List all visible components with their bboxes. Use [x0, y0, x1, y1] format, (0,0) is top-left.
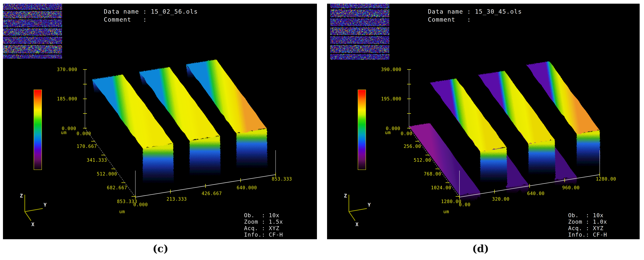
svg-text:195.000: 195.000 — [381, 96, 401, 101]
svg-text:um: um — [443, 209, 449, 214]
svg-text:768.00: 768.00 — [424, 171, 441, 176]
triad-y-label: Y — [368, 202, 371, 208]
comment-line: Comment : — [104, 16, 147, 23]
svg-text:960.00: 960.00 — [562, 185, 580, 190]
svg-text:512.000: 512.000 — [97, 171, 117, 176]
axis-orientation-triad: Z Y X — [12, 190, 53, 231]
acquisition-info-block: Ob. : 10xZoom : 1.5xAcq. : XYZInfo.: CF-… — [244, 212, 283, 238]
svg-text:1280.00: 1280.00 — [441, 199, 461, 204]
objective-line: Ob. : 10x — [568, 212, 604, 219]
svg-text:640.00: 640.00 — [527, 191, 544, 196]
svg-text:um: um — [385, 130, 391, 135]
data-name-line: Data name : 15_30_45.ols — [428, 8, 522, 15]
svg-text:um: um — [119, 209, 125, 214]
svg-text:185.000: 185.000 — [57, 96, 77, 101]
info-line: Info.: CF-H — [244, 231, 283, 238]
triad-x-label: X — [356, 221, 358, 227]
height-colorbar — [358, 90, 366, 170]
objective-line: Ob. : 10x — [244, 212, 280, 219]
triad-x-label: X — [32, 221, 34, 227]
zoom-line: Zoom : 1.5x — [244, 218, 283, 225]
subfigure-caption-c: (c) — [143, 243, 178, 254]
data-name-line: Data name : 15_02_56.ols — [104, 8, 198, 15]
intensity-thumbnail-image — [330, 4, 389, 63]
svg-text:1280.00: 1280.00 — [596, 176, 616, 182]
svg-text:0.00: 0.00 — [401, 131, 412, 136]
acq-line: Acq. : XYZ — [244, 225, 280, 231]
axis-orientation-triad: Z Y X — [337, 190, 377, 231]
figure-page: { "panels": [ { "id": "c", "caption": "(… — [0, 0, 644, 260]
svg-text:390.000: 390.000 — [381, 67, 401, 72]
subfigure-caption-d: (d) — [463, 243, 498, 254]
svg-text:170.667: 170.667 — [76, 144, 97, 149]
svg-text:256.00: 256.00 — [404, 144, 421, 149]
height-colorbar — [34, 90, 42, 170]
microscope-screenshot-panel-c: 370.000185.0000.000um0.000170.667341.333… — [3, 4, 317, 239]
svg-text:0.000: 0.000 — [133, 202, 148, 207]
intensity-thumbnail-image — [3, 4, 62, 61]
svg-text:426.667: 426.667 — [202, 191, 222, 196]
info-line: Info.: CF-H — [568, 231, 607, 238]
svg-text:0.000: 0.000 — [76, 131, 91, 136]
svg-text:0.00: 0.00 — [459, 202, 470, 207]
triad-y-label: Y — [44, 202, 46, 208]
svg-text:682.667: 682.667 — [107, 185, 127, 190]
svg-text:341.333: 341.333 — [87, 157, 107, 163]
acq-line: Acq. : XYZ — [568, 225, 604, 231]
svg-text:512.00: 512.00 — [414, 157, 431, 163]
triad-z-label: Z — [344, 193, 347, 199]
svg-text:853.333: 853.333 — [272, 176, 292, 182]
acquisition-info-block: Ob. : 10xZoom : 1.0xAcq. : XYZInfo.: CF-… — [568, 212, 607, 238]
svg-text:213.333: 213.333 — [166, 196, 187, 202]
svg-text:um: um — [61, 130, 67, 135]
svg-text:1024.00: 1024.00 — [431, 185, 452, 190]
comment-line: Comment : — [428, 16, 471, 23]
svg-text:640.000: 640.000 — [237, 185, 257, 190]
data-header: Data name : 15_30_45.olsComment : — [428, 8, 522, 24]
zoom-line: Zoom : 1.0x — [568, 218, 607, 225]
svg-text:370.000: 370.000 — [57, 67, 77, 72]
svg-text:320.00: 320.00 — [492, 196, 510, 202]
data-header: Data name : 15_02_56.olsComment : — [104, 8, 198, 24]
triad-z-label: Z — [20, 193, 23, 199]
microscope-screenshot-panel-d: 390.000195.0000.000um0.00256.00512.00768… — [327, 4, 640, 239]
